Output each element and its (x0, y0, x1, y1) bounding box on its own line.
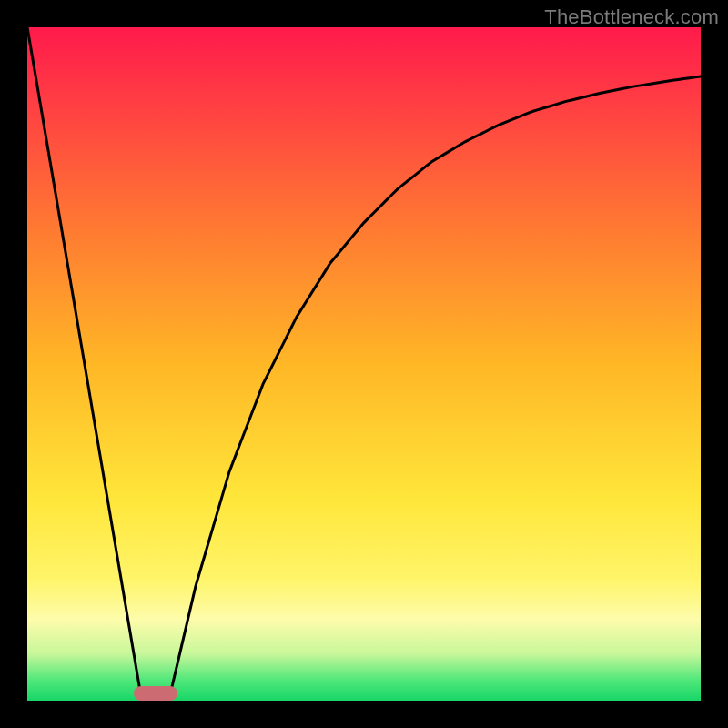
bottleneck-marker (134, 686, 177, 701)
chart-frame: TheBottleneck.com (0, 0, 728, 728)
curve-layer (27, 27, 701, 701)
left-branch-path (27, 27, 142, 701)
plot-area (27, 27, 701, 701)
right-branch-path (168, 76, 701, 701)
watermark-label: TheBottleneck.com (544, 5, 719, 29)
